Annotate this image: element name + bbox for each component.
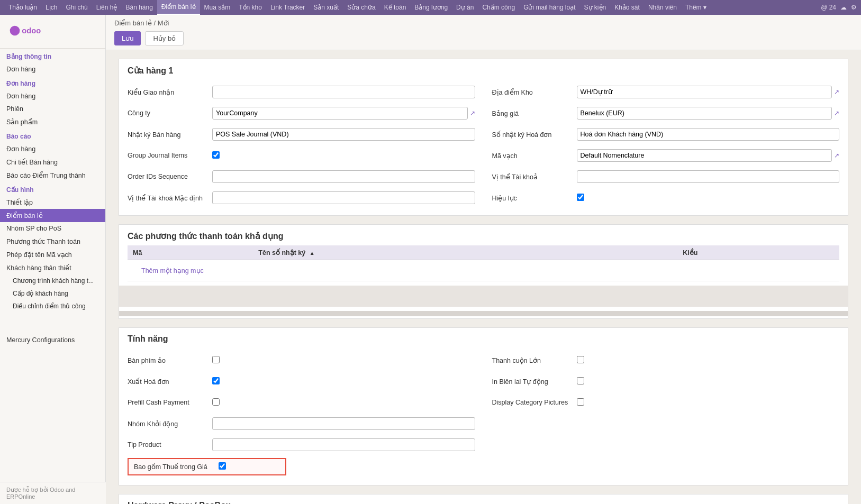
ma-vach-select[interactable]: Default Nomenclature	[577, 149, 832, 162]
vi-the-select[interactable]	[212, 191, 475, 204]
settings-icon[interactable]: ⚙	[851, 4, 857, 11]
hieu-luc-checkbox[interactable]	[577, 194, 584, 201]
nav-sua-chua[interactable]: Sửa chữa	[343, 0, 379, 15]
nav-gui-mail[interactable]: Gửi mail hàng loạt	[519, 0, 579, 15]
nav-ton-kho[interactable]: Tồn kho	[234, 0, 266, 15]
order-ids-input[interactable]	[212, 170, 475, 183]
xuat-hoa-don-label: Xuất Hoá đơn	[128, 378, 212, 386]
dia-diem-kho-ext-link[interactable]: ↗	[834, 88, 839, 96]
sidebar: odoo Bảng thông tin Đơn hàng Đơn hàng Đơ…	[0, 15, 106, 504]
save-button[interactable]: Lưu	[114, 31, 141, 45]
bang-gia-ext-link[interactable]: ↗	[834, 109, 839, 117]
nhom-khoi-dong-select[interactable]	[212, 417, 475, 430]
order-ids-control	[212, 170, 475, 183]
nav-khao-sat[interactable]: Khảo sát	[610, 0, 644, 15]
so-nhat-ky-row: Số nhật ký Hoá đơn Hoá đơn Khách hàng (V…	[492, 126, 840, 142]
cancel-button[interactable]: Hủy bỏ	[145, 31, 184, 45]
toolbar-area: Điểm bán lẻ / Mới Lưu Hủy bỏ	[106, 15, 861, 50]
nav-du-an[interactable]: Dự án	[452, 0, 478, 15]
sidebar-item-san-pham[interactable]: Sản phẩm	[0, 115, 105, 129]
nhat-ky-control: POS Sale Journal (VND)	[212, 128, 475, 141]
nav-thao-luan[interactable]: Thảo luận	[4, 0, 41, 15]
so-nhat-ky-label: Số nhật ký Hoá đơn	[492, 131, 577, 139]
payment-col-ma: Mã	[128, 245, 253, 260]
bang-gia-select[interactable]: Benelux (EUR)	[577, 107, 832, 120]
sidebar-item-dieu-chinh[interactable]: Điều chỉnh điểm thủ công	[0, 300, 105, 313]
group-journal-label: Group Journal Items	[128, 152, 212, 159]
cong-ty-select[interactable]: YourCompany	[212, 107, 468, 120]
nhom-khoi-dong-label: Nhóm Khởi động	[128, 420, 212, 428]
features-grid: Bàn phím ảo Xuất Hoá đơn P	[119, 348, 848, 485]
dia-diem-kho-select[interactable]: WH/Dự trữ	[577, 86, 832, 98]
sidebar-item-don-hang-bt[interactable]: Đơn hàng	[0, 62, 105, 76]
top-navigation: Thảo luận Lịch Ghi chú Liên hệ Bán hàng …	[0, 0, 861, 15]
store-section: Cửa hàng 1 Kiểu Giao nhận	[119, 59, 848, 216]
sidebar-item-cap-do[interactable]: Cấp độ khách hàng	[0, 287, 105, 300]
order-ids-row: Order IDs Sequence	[128, 169, 475, 185]
in-bien-lai-checkbox[interactable]	[577, 377, 584, 384]
group-journal-checkbox[interactable]	[212, 151, 220, 159]
breadcrumb-parent[interactable]: Điểm bán lẻ	[114, 19, 152, 27]
sidebar-item-don-hang[interactable]: Đơn hàng	[0, 89, 105, 103]
nav-ke-toan[interactable]: Kế toán	[380, 0, 411, 15]
sidebar-logo: odoo	[0, 15, 105, 49]
nav-su-kien[interactable]: Sự kiện	[580, 0, 611, 15]
group-journal-control	[212, 151, 475, 160]
form-area: Cửa hàng 1 Kiểu Giao nhận	[106, 50, 861, 504]
ban-phim-ao-checkbox[interactable]	[212, 356, 220, 363]
sidebar-item-bao-cao-diem[interactable]: Báo cáo Điểm Trung thành	[0, 169, 105, 182]
thanh-cuon-lon-control	[577, 356, 840, 365]
table-row: Thêm một hạng mục	[128, 260, 839, 281]
sidebar-item-chi-tiet-ban-hang[interactable]: Chi tiết Bán hàng	[0, 155, 105, 169]
features-section: Tính năng Bàn phím ảo Xuất Hoá đơn	[119, 327, 848, 485]
nav-mua-sam[interactable]: Mua sắm	[200, 0, 235, 15]
svg-text:odoo: odoo	[22, 26, 41, 35]
vi-the-tai-khoa-select[interactable]	[577, 170, 840, 183]
payment-col-ten[interactable]: Tên số nhật ký ▲	[253, 245, 677, 260]
sidebar-item-thiet-lap[interactable]: Thiết lập	[0, 196, 105, 209]
sidebar-item-khach-hang-tt[interactable]: Khách hàng thân thiết	[0, 261, 105, 274]
nav-san-xuat[interactable]: Sản xuất	[309, 0, 343, 15]
bao-gom-thue-checkbox[interactable]	[219, 462, 226, 470]
breadcrumb: Điểm bán lẻ / Mới	[114, 19, 853, 27]
tip-product-select[interactable]	[212, 438, 475, 451]
svg-point-0	[10, 26, 20, 36]
nav-lich[interactable]: Lịch	[41, 0, 61, 15]
display-category-row: Display Category Pictures	[492, 395, 840, 410]
nav-link-tracker[interactable]: Link Tracker	[266, 0, 309, 15]
sidebar-item-chuong-trinh[interactable]: Chương trình khách hàng t...	[0, 274, 105, 287]
nhat-ky-select[interactable]: POS Sale Journal (VND)	[212, 128, 475, 141]
sidebar-item-phuong-thuc-tt[interactable]: Phương thức Thanh toán	[0, 235, 105, 248]
thanh-cuon-lon-checkbox[interactable]	[577, 356, 584, 363]
group-journal-row: Group Journal Items	[128, 148, 475, 163]
nav-ban-hang[interactable]: Bán hàng	[121, 0, 157, 15]
sidebar-item-nhom-sp[interactable]: Nhóm SP cho PoS	[0, 222, 105, 235]
ban-phim-ao-row: Bàn phím ảo	[128, 352, 475, 368]
toolbar-buttons: Lưu Hủy bỏ	[114, 31, 853, 45]
nav-cham-cong[interactable]: Chấm công	[478, 0, 519, 15]
cong-ty-label: Công ty	[128, 109, 212, 117]
add-item-link[interactable]: Thêm một hạng mục	[133, 263, 212, 278]
sidebar-item-phien[interactable]: Phiên	[0, 103, 105, 115]
nav-bang-luong[interactable]: Bảng lương	[410, 0, 452, 15]
nav-diem-ban-le[interactable]: Điểm bán lẻ	[157, 0, 200, 15]
so-nhat-ky-select[interactable]: Hoá đơn Khách hàng (VND)	[577, 128, 840, 141]
sidebar-item-don-hang-bc[interactable]: Đơn hàng	[0, 142, 105, 155]
sidebar-item-diem-ban-le[interactable]: Điểm bán lẻ	[0, 209, 105, 222]
prefill-cash-checkbox[interactable]	[212, 398, 220, 406]
nhat-ky-label: Nhật ký Bán hàng	[128, 131, 212, 139]
display-category-checkbox[interactable]	[577, 398, 584, 406]
nav-them[interactable]: Thêm ▾	[681, 0, 711, 15]
ma-vach-ext-link[interactable]: ↗	[834, 152, 839, 159]
sidebar-item-phep-dat-ten[interactable]: Phép đặt tên Mã vạch	[0, 248, 105, 261]
kieu-giao-nhan-select[interactable]	[212, 86, 475, 98]
ma-vach-control: Default Nomenclature ↗	[577, 149, 840, 162]
xuat-hoa-don-checkbox[interactable]	[212, 377, 220, 384]
dia-diem-kho-control: WH/Dự trữ ↗	[577, 86, 840, 98]
cong-ty-ext-link[interactable]: ↗	[470, 109, 475, 117]
nav-nhan-vien[interactable]: Nhân viên	[644, 0, 681, 15]
nav-lien-he[interactable]: Liên hệ	[92, 0, 122, 15]
sidebar-item-mercury[interactable]: Mercury Configurations	[0, 334, 105, 346]
nav-ghi-chu[interactable]: Ghi chú	[61, 0, 92, 15]
payment-table: Mã Tên số nhật ký ▲ Kiều Thêm một hạng m…	[128, 245, 839, 281]
